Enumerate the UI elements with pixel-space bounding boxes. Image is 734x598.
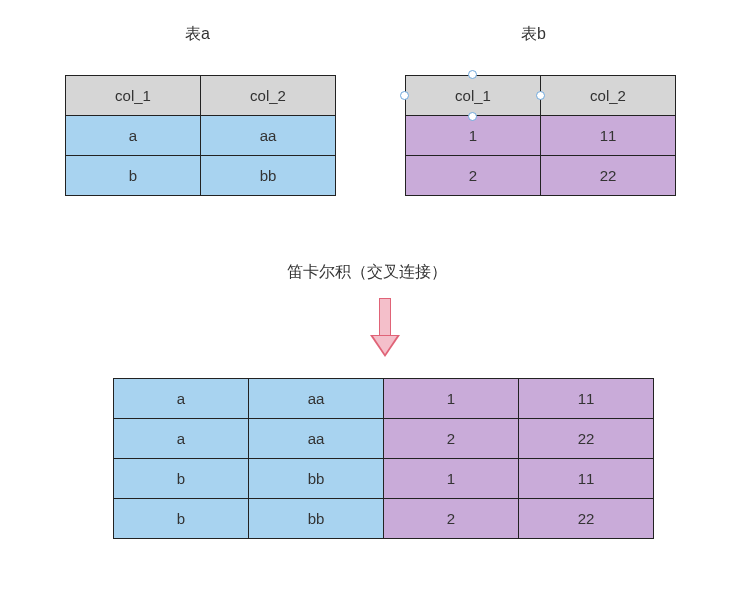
cell: 22 — [519, 499, 654, 539]
table-row: 2 22 — [406, 156, 676, 196]
table-row: a aa 2 22 — [114, 419, 654, 459]
operation-label: 笛卡尔积（交叉连接） — [0, 262, 734, 283]
cell: 11 — [541, 116, 676, 156]
table-a-header-1: col_1 — [66, 76, 201, 116]
cell: 2 — [384, 419, 519, 459]
selection-handle-right[interactable] — [536, 91, 545, 100]
result-table: a aa 1 11 a aa 2 22 b bb 1 11 b bb 2 22 — [113, 378, 654, 539]
cell: 11 — [519, 459, 654, 499]
table-row: 1 11 — [406, 116, 676, 156]
cell: 1 — [384, 379, 519, 419]
selection-handle-bottom[interactable] — [468, 112, 477, 121]
selection-handle-left[interactable] — [400, 91, 409, 100]
table-a-header-row: col_1 col_2 — [66, 76, 336, 116]
selection-handle-top[interactable] — [468, 70, 477, 79]
cell: 11 — [519, 379, 654, 419]
cell: a — [114, 379, 249, 419]
cell: a — [66, 116, 201, 156]
cell: b — [66, 156, 201, 196]
title-table-a: 表a — [185, 24, 210, 45]
table-row: b bb 1 11 — [114, 459, 654, 499]
table-a-header-2: col_2 — [201, 76, 336, 116]
down-arrow-icon — [372, 298, 398, 356]
table-row: a aa 1 11 — [114, 379, 654, 419]
cell: aa — [201, 116, 336, 156]
title-table-b: 表b — [521, 24, 546, 45]
cell: aa — [249, 379, 384, 419]
cell: b — [114, 499, 249, 539]
cell: a — [114, 419, 249, 459]
table-b-header-2: col_2 — [541, 76, 676, 116]
table-row: b bb — [66, 156, 336, 196]
cell: 22 — [541, 156, 676, 196]
cell: 2 — [406, 156, 541, 196]
cell: 2 — [384, 499, 519, 539]
cell: 1 — [384, 459, 519, 499]
cell: bb — [249, 499, 384, 539]
cell: aa — [249, 419, 384, 459]
cell: 1 — [406, 116, 541, 156]
table-a: col_1 col_2 a aa b bb — [65, 75, 336, 196]
cell: b — [114, 459, 249, 499]
table-row: a aa — [66, 116, 336, 156]
cell: bb — [249, 459, 384, 499]
cell: 22 — [519, 419, 654, 459]
cell: bb — [201, 156, 336, 196]
table-b-header-1: col_1 — [406, 76, 541, 116]
table-row: b bb 2 22 — [114, 499, 654, 539]
